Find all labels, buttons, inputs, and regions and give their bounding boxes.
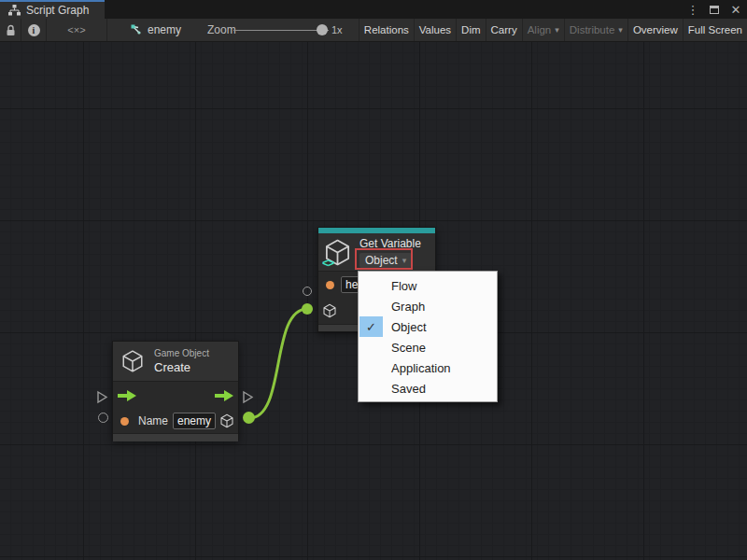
checkmark-icon: ✓ [359, 316, 383, 337]
create-flow-input-socket[interactable] [96, 390, 108, 404]
tab-title: Script Graph [26, 4, 89, 17]
menu-item-graph[interactable]: Graph [359, 296, 497, 316]
graph-reference-label: enemy [148, 23, 181, 36]
zoom-value: 1x [331, 19, 343, 41]
tab-script-graph[interactable]: Script Graph [0, 0, 105, 19]
window-menu-button[interactable]: ⋮ [685, 3, 700, 17]
variable-scope-dropdown[interactable]: Object ▾ [359, 253, 412, 268]
distribute-button[interactable]: Distribute ▾ [565, 19, 628, 41]
chevron-down-icon: ▾ [555, 25, 559, 35]
code-icon: <×> [67, 24, 85, 35]
name-input[interactable] [173, 413, 216, 429]
menu-item-flow[interactable]: Flow [359, 275, 497, 296]
node-title: Create [154, 360, 209, 374]
toolbar-buttons: Relations Values Dim Carry Align ▾ Distr… [359, 19, 747, 41]
window-controls: ⋮ ✕ [685, 0, 743, 19]
string-port-icon [120, 417, 129, 426]
menu-item-object[interactable]: ✓ Object [359, 316, 497, 337]
scope-dropdown-menu: Flow Graph ✓ Object Scene Application Sa… [358, 271, 498, 402]
cube-code-icon: <> [323, 238, 352, 267]
menu-item-application[interactable]: Application [359, 357, 497, 378]
getvar-name-input-socket[interactable] [303, 287, 312, 296]
flow-in-arrow-icon [118, 390, 136, 401]
cube-icon [322, 303, 337, 318]
window-close-button[interactable]: ✕ [728, 3, 743, 17]
menu-item-scene[interactable]: Scene [359, 337, 497, 357]
graph-reference[interactable]: enemy [130, 19, 181, 41]
full-screen-button[interactable]: Full Screen [684, 19, 747, 41]
align-button[interactable]: Align ▾ [523, 19, 565, 41]
cube-icon [219, 413, 234, 428]
info-button[interactable]: i [21, 19, 47, 41]
name-port-label: Name [138, 414, 168, 427]
menu-item-saved[interactable]: Saved [359, 378, 497, 399]
create-object-output-socket[interactable] [243, 412, 255, 424]
get-variable-header: <> Get Variable Object ▾ [318, 233, 435, 272]
maximize-icon [710, 6, 719, 14]
zoom-slider-track[interactable] [233, 30, 329, 31]
string-port-icon [326, 281, 334, 289]
create-node-header: Game Object Create [113, 342, 238, 382]
script-graph-window: Script Graph ⋮ ✕ i <×> [0, 0, 747, 560]
zoom-slider-handle[interactable] [317, 24, 328, 35]
graph-canvas[interactable]: <> Get Variable Object ▾ [0, 42, 747, 560]
node-game-object-create[interactable]: Game Object Create Name [112, 341, 239, 441]
getvar-object-input-socket[interactable] [302, 303, 313, 315]
overview-button[interactable]: Overview [628, 19, 684, 41]
carry-button[interactable]: Carry [486, 19, 523, 41]
create-name-input-socket[interactable] [98, 413, 108, 423]
flow-port-row [113, 382, 238, 409]
values-button[interactable]: Values [415, 19, 457, 41]
edit-source-button[interactable]: <×> [47, 19, 107, 41]
tab-bar: Script Graph ⋮ ✕ [0, 0, 747, 19]
dim-button[interactable]: Dim [457, 19, 486, 41]
node-title: Get Variable [359, 237, 421, 250]
flow-out-arrow-icon [215, 390, 233, 401]
info-icon: i [28, 24, 40, 36]
window-maximize-button[interactable] [707, 3, 722, 17]
relations-button[interactable]: Relations [359, 19, 415, 41]
node-footer [113, 433, 238, 441]
variable-nodes-icon [130, 23, 143, 36]
chevron-down-icon: ▾ [618, 25, 623, 35]
hierarchy-graph-icon [8, 5, 21, 16]
chevron-down-icon: ▾ [402, 256, 407, 265]
name-port-row: Name [113, 409, 238, 433]
lock-icon [6, 24, 16, 36]
cube-icon [120, 349, 145, 373]
lock-button[interactable] [0, 19, 21, 41]
create-flow-output-socket[interactable] [242, 390, 254, 404]
zoom-label: Zoom [207, 19, 236, 41]
graph-toolbar: i <×> enemy Zoom 1x Relations Values Dim… [0, 19, 747, 42]
node-supertitle: Game Object [154, 348, 209, 358]
